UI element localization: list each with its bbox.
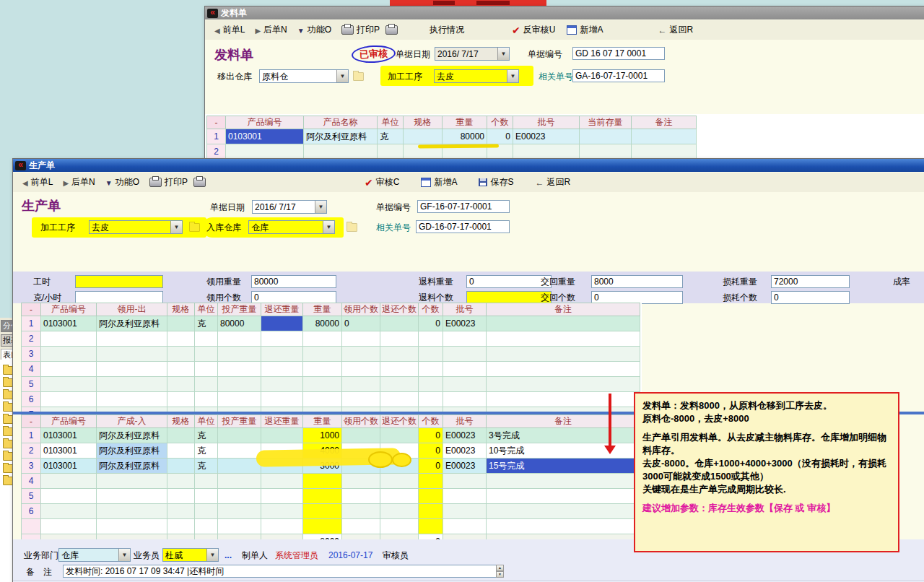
grid-cell[interactable] [443,489,487,504]
grid-cell[interactable] [167,504,195,519]
grid-header-cell[interactable]: 领用个数 [342,415,380,428]
grid-cell[interactable] [167,392,195,407]
grid-cell[interactable] [443,347,487,362]
grid-cell[interactable] [41,377,97,392]
grid-cell[interactable] [195,534,218,540]
grid-cell[interactable] [261,474,303,489]
grid-cell[interactable] [195,331,218,347]
grid-cell[interactable] [380,474,419,489]
grid-cell[interactable] [195,474,218,489]
grid-header-cell[interactable]: - [22,303,41,316]
grid-cell[interactable] [419,362,443,377]
spin-up-icon[interactable]: ▲ [496,565,504,571]
grid-cell[interactable] [218,347,261,362]
grid-cell[interactable] [342,362,380,377]
grid-header-cell[interactable]: 重量 [303,303,342,316]
grid-cell[interactable]: 0 [419,443,443,459]
grid-cell[interactable] [487,362,640,377]
grid-cell[interactable] [632,144,697,160]
chevron-down-icon[interactable]: ▼ [507,70,518,82]
grid-cell[interactable]: 10号完成 [487,443,640,459]
grid-cell[interactable] [97,362,167,377]
grid-cell[interactable]: 克 [195,459,218,474]
grid-header-cell[interactable]: 当前存量 [580,116,632,129]
loss-weight-input[interactable]: 72000 [771,275,850,288]
grid-cell[interactable] [167,443,195,459]
grid-cell[interactable]: 80000 [218,316,261,331]
grid-cell[interactable]: E00023 [443,443,487,459]
grid-cell[interactable] [218,331,261,347]
grid-cell[interactable] [380,331,419,347]
grid-cell[interactable]: 2 [22,443,41,459]
grid-cell[interactable] [443,392,487,407]
grid-cell[interactable] [41,504,97,519]
grid-header-cell[interactable]: 规格 [167,303,195,316]
return-weight-input[interactable]: 0 [466,275,552,288]
grid-cell[interactable] [261,428,303,443]
prod-no-input[interactable]: GF-16-07-17-0001 [417,200,510,213]
grid-cell[interactable]: 8000 [303,534,342,540]
grid-header-cell[interactable]: 个数 [487,116,513,129]
grid-cell[interactable]: 克 [195,316,218,331]
grid-cell[interactable] [380,534,419,540]
chevron-down-icon[interactable]: ▼ [336,70,348,82]
toolbar-item[interactable]: 新增A [565,22,605,38]
grid-cell[interactable] [303,474,342,489]
grid-cell[interactable] [195,347,218,362]
grid-cell[interactable] [419,489,443,504]
grid-header-cell[interactable]: 投产重量 [218,415,261,428]
grid-cell[interactable]: 15号完成 [487,459,640,474]
grid-cell[interactable] [487,504,640,519]
grid-cell[interactable] [167,474,195,489]
grid-header-cell[interactable]: 产品名称 [304,116,378,129]
grid-header-cell[interactable]: 备注 [632,116,697,129]
grid-header-cell[interactable]: 领用-出 [97,303,167,316]
grid-cell[interactable] [218,474,261,489]
grid-cell[interactable] [41,519,97,534]
prod-related-no-input[interactable]: GD-16-07-17-0001 [416,220,510,233]
out-warehouse-combo[interactable]: 原料仓 ▼ [259,69,349,83]
folder-icon[interactable] [189,223,200,232]
grid-cell[interactable] [380,504,419,519]
grid-cell[interactable] [419,474,443,489]
grid-header-cell[interactable]: 批号 [443,303,487,316]
grid-cell[interactable] [487,534,640,540]
grid-cell[interactable]: 3 [22,459,41,474]
grid-cell[interactable] [380,362,419,377]
grid-cell[interactable]: 克 [195,443,218,459]
grid-header-cell[interactable]: 退还个数 [380,303,419,316]
grid-header-cell[interactable]: 产品编号 [226,116,304,129]
grid-cell[interactable] [443,362,487,377]
toolbar-item[interactable]: 返回R [533,175,572,190]
grid-cell[interactable] [342,392,380,407]
loss-count-input[interactable]: 0 [771,291,850,304]
grid-cell[interactable] [97,504,167,519]
grid-cell[interactable] [303,377,342,392]
chevron-down-icon[interactable]: ▼ [315,201,326,213]
grid-cell[interactable]: 1 [207,129,226,144]
grid-header-cell[interactable]: 重量 [303,415,342,428]
grid-cell[interactable] [167,519,195,534]
grid-cell[interactable] [41,347,97,362]
grid-header-cell[interactable]: 单位 [378,116,404,129]
grid-header-cell[interactable]: 退还个数 [380,415,419,428]
prod-date-combo[interactable]: 2016/ 7/17 ▼ [252,200,327,214]
grid-cell[interactable] [41,392,97,407]
grid-cell[interactable] [22,534,41,540]
chevron-down-icon[interactable]: ▼ [497,48,509,60]
grid-cell[interactable] [195,519,218,534]
grid-cell[interactable] [261,331,303,347]
grid-cell[interactable]: 0103001 [41,428,97,443]
grid-cell[interactable] [22,519,41,534]
grid-header-cell[interactable]: 规格 [404,116,443,129]
grid-cell[interactable]: 3 [22,347,41,362]
grid-cell[interactable] [41,331,97,347]
grid-cell[interactable]: 0 [419,534,443,540]
grid-cell[interactable]: 80000 [443,129,487,144]
remark-spinner[interactable]: ▲▼ [496,565,504,578]
grid-cell[interactable] [261,392,303,407]
grid-cell[interactable]: 阿尔及利亚原料 [97,443,167,459]
grid-cell[interactable] [380,428,419,443]
grid-cell[interactable] [443,331,487,347]
chevron-down-icon[interactable]: ▼ [323,221,334,233]
